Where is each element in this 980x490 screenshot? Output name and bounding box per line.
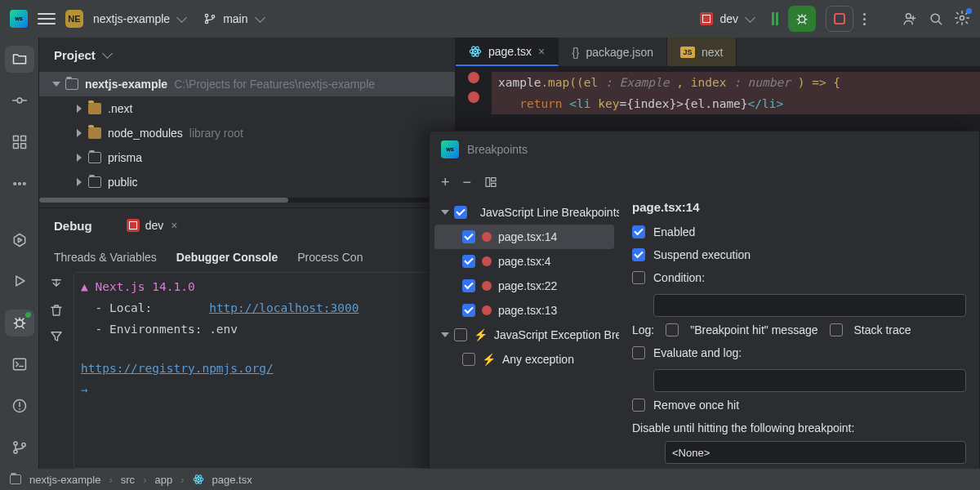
crumb[interactable]: src [121,474,135,486]
condition-option[interactable]: Condition: [632,271,966,284]
branch-icon [203,12,216,25]
debug-session-tab[interactable]: dev × [127,219,178,232]
breakpoint-gutter-icon[interactable] [468,72,479,83]
crumb[interactable]: app [154,474,172,486]
tree-item[interactable]: node_modules library root [39,121,455,145]
eval-option[interactable]: Evaluate and log: [632,346,966,359]
bp-item[interactable]: page.tsx:22 [430,274,619,298]
tree-item[interactable]: public [39,170,455,194]
checkbox[interactable] [462,279,475,292]
run-config-label: dev [719,12,738,25]
breakpoint-gutter-icon[interactable] [468,91,479,103]
more-tools-button[interactable] [5,170,34,197]
editor-tab[interactable]: page.tsx × [456,38,559,66]
vcs-branch-switcher[interactable]: main [203,12,263,25]
debug-subtab[interactable]: Process Con [297,251,363,264]
terminal-tool-button[interactable] [5,351,34,378]
eval-input[interactable] [653,369,966,392]
debug-subtab[interactable]: Threads & Variables [54,251,157,264]
remove-breakpoint-button[interactable]: − [463,175,472,189]
group-by-icon[interactable] [484,176,497,189]
code-editor[interactable]: xample.map((el : Example , index : numbe… [492,67,980,119]
stop-button[interactable] [826,6,853,32]
editor-tab[interactable]: JS next [667,38,737,66]
debug-rerun-button[interactable] [788,6,816,32]
json-icon: {} [572,46,579,59]
checkbox[interactable] [454,206,467,219]
twistie-icon [77,129,82,137]
tree-item-hint: library root [189,127,243,140]
scroll-to-end-icon[interactable] [49,277,64,292]
problems-tool-button[interactable] [5,392,34,419]
bug-icon [795,11,809,26]
debug-tool-button[interactable] [5,310,34,336]
checkbox[interactable] [462,230,475,243]
project-badge: NE [65,10,83,28]
tree-item[interactable]: prisma [39,145,455,170]
chevron-down-icon [102,48,113,59]
breakpoint-icon [482,305,492,315]
console-line: https://registry.npmjs.org/ [81,358,448,379]
services-tool-button[interactable] [5,226,34,253]
filter-icon[interactable] [49,329,64,344]
remove-once-option[interactable]: Remove once hit [632,399,966,412]
tree-root[interactable]: nextjs-example C:\Projects for Features\… [39,72,455,96]
commit-tool-button[interactable] [5,87,34,114]
js-icon: JS [680,47,695,58]
svg-rect-26 [486,178,490,187]
project-pane-header[interactable]: Project [39,38,455,72]
crumb[interactable]: nextjs-example [29,474,100,486]
bp-item-label: page.tsx:13 [498,304,557,317]
checkbox[interactable] [462,304,475,317]
navigation-breadcrumbs[interactable]: nextjs-example › src › app › page.tsx [0,469,980,490]
checkbox[interactable] [830,323,843,336]
folder-icon [88,152,101,163]
checkbox[interactable] [666,323,679,336]
run-more-button[interactable] [863,13,866,25]
run-config-switcher[interactable]: dev [700,12,754,25]
bp-item[interactable]: page.tsx:14 [434,225,614,249]
crumb[interactable]: page.tsx [212,474,252,486]
folder-icon [11,51,28,67]
twistie-icon [77,105,82,113]
console-prompt[interactable]: → [81,379,448,400]
app-logo: WS [10,10,28,28]
suspend-option[interactable]: Suspend execution [632,248,966,261]
run-tool-button[interactable] [5,268,34,295]
checkbox[interactable] [632,271,645,284]
checkbox[interactable] [632,346,645,359]
checkbox[interactable] [632,225,645,238]
bp-item[interactable]: page.tsx:13 [430,298,619,323]
project-switcher[interactable]: nextjs-example [93,12,185,25]
structure-tool-button[interactable] [5,129,34,156]
close-icon[interactable]: × [171,219,177,232]
checkbox[interactable] [454,328,467,341]
disable-until-select[interactable] [665,441,966,464]
option-label: Remove once hit [653,399,739,412]
run-indicator[interactable] [772,12,778,25]
bp-item[interactable]: page.tsx:4 [430,249,619,274]
vcs-tool-button[interactable] [5,434,34,461]
checkbox[interactable] [632,248,645,261]
code-with-me-icon[interactable] [902,11,918,27]
main-menu-button[interactable] [38,13,56,24]
bp-group[interactable]: ⚡ JavaScript Exception Breakpoints [430,323,619,347]
trash-icon[interactable] [49,303,64,318]
enabled-option[interactable]: Enabled [632,225,966,238]
checkbox[interactable] [462,353,475,366]
search-icon[interactable] [928,11,944,27]
checkbox[interactable] [632,399,645,412]
editor-tab[interactable]: {} package.json [559,38,667,66]
tree-item[interactable]: .next [39,96,455,121]
bp-item[interactable]: ⚡ Any exception [430,347,619,372]
horizontal-scrollbar[interactable] [39,198,455,203]
close-icon[interactable]: × [538,45,545,58]
bp-group[interactable]: JavaScript Line Breakpoints [430,200,619,225]
project-tool-button[interactable] [5,46,34,73]
add-breakpoint-button[interactable]: + [441,175,450,189]
checkbox[interactable] [462,255,475,268]
log-label: Log: [632,323,654,336]
debug-subtab-active[interactable]: Debugger Console [176,251,278,264]
condition-input[interactable] [653,294,966,317]
twistie-icon [52,82,60,87]
